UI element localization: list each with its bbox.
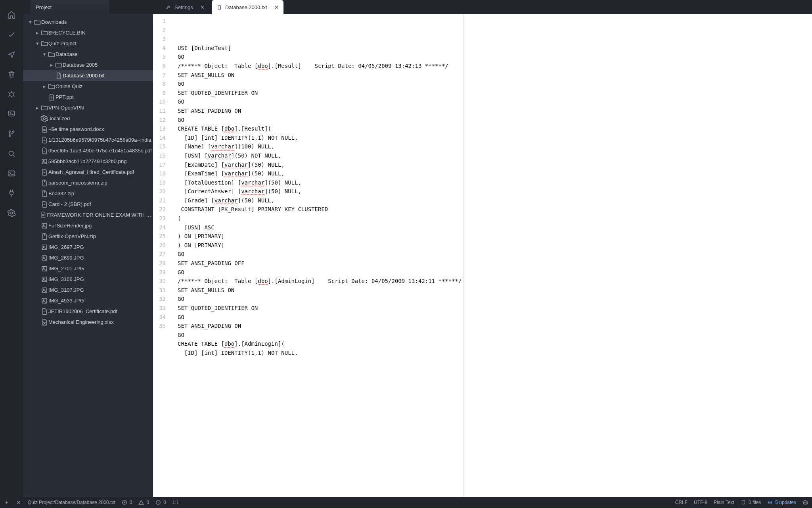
tree-item[interactable]: Bea332.zip	[23, 188, 153, 199]
tree-item[interactable]: IMG_3106.JPG	[23, 274, 153, 285]
code-line[interactable]: SET ANSI_PADDING ON	[178, 106, 462, 115]
activity-branch[interactable]	[0, 124, 23, 144]
close-button[interactable]	[16, 500, 21, 505]
code-line[interactable]: [USN] ASC	[178, 223, 462, 232]
code-line[interactable]: /****** Object: Table [dbo].[Result] Scr…	[178, 62, 462, 71]
code-line[interactable]: GO	[178, 79, 462, 89]
status-errors[interactable]: 0	[122, 500, 132, 505]
close-icon[interactable]: ✕	[200, 4, 205, 10]
code-line[interactable]: SET ANSI_NULLS ON	[178, 286, 462, 295]
file-count[interactable]: 0 files	[741, 500, 761, 505]
tree-item[interactable]: 1f131205b6e9579f0975b47c4258a09a--india	[23, 135, 153, 145]
tree-item[interactable]: 05ecf6f5-1aa3-490e-975c-e1d451a4835c.pdf	[23, 145, 153, 156]
cursor-position[interactable]: 1:1	[172, 500, 179, 505]
code-line[interactable]: /****** Object: Table [dbo].[AdminLogin]…	[178, 277, 462, 286]
tree-item[interactable]: IMG_2701.JPG	[23, 263, 153, 274]
tree-item[interactable]: PPT.ppt	[23, 92, 153, 102]
code-line[interactable]: SET QUOTED_IDENTIFIER ON	[178, 304, 462, 313]
sidebar-title-tab[interactable]: Project	[30, 0, 109, 14]
tree-label: Downloads	[41, 19, 67, 25]
tree-item[interactable]: IMG_3107.JPG	[23, 285, 153, 295]
activity-terminal[interactable]	[0, 164, 23, 183]
tree-item[interactable]: Getflix-OpenVPN.zip	[23, 231, 153, 242]
tree-item[interactable]: Akash_Agrawal_Hired_Certificate.pdf	[23, 167, 153, 177]
code-line[interactable]: [TotalQuestion] [varchar](50) NULL,	[178, 178, 462, 187]
tree-item[interactable]: ~$e time password.docx	[23, 124, 153, 135]
code-line[interactable]: SET ANSI_PADDING OFF	[178, 259, 462, 268]
code-line[interactable]: SET ANSI_PADDING ON	[178, 321, 462, 331]
activity-gear[interactable]	[0, 203, 23, 223]
encoding[interactable]: UTF-8	[694, 500, 707, 505]
tree-item[interactable]: Database 2000.txt	[23, 70, 153, 81]
language[interactable]: Plain Text	[714, 500, 734, 505]
code-line[interactable]: [ID] [int] IDENTITY(1,1) NOT NULL,	[178, 133, 462, 142]
updates[interactable]: 5 updates	[767, 500, 796, 505]
tab[interactable]: Settings✕	[161, 0, 209, 14]
code-line[interactable]: GO	[178, 268, 462, 277]
code-line[interactable]: GO	[178, 115, 462, 125]
code-line[interactable]: GO	[178, 313, 462, 322]
tree-item[interactable]: IMG_2697.JPG	[23, 242, 153, 252]
eol[interactable]: CRLF	[675, 500, 688, 505]
tree-item[interactable]: ▸$RECYCLE.BIN	[23, 27, 153, 38]
code-line[interactable]: USE [OnlineTest]	[178, 44, 462, 53]
code-line[interactable]: GO	[178, 294, 462, 304]
tree-item[interactable]: Card - 2 (SBR).pdf	[23, 199, 153, 210]
tree-item[interactable]: FRAMEWORK FOR ONLINE EXAM WITH GRAPH	[23, 210, 153, 220]
code-line[interactable]: [ExamTime] [varchar](50) NULL,	[178, 169, 462, 178]
status-info[interactable]: 0	[155, 500, 166, 505]
tree-item[interactable]: FullSizeRender.jpg	[23, 220, 153, 231]
tree-label: FRAMEWORK FOR ONLINE EXAM WITH GRAPH	[47, 212, 153, 218]
activity-trash[interactable]	[0, 64, 23, 84]
code-line[interactable]: CREATE TABLE [dbo].[AdminLogin](	[178, 339, 462, 348]
tree-item[interactable]: ▸Online Quiz	[23, 81, 153, 92]
code-line[interactable]: SET ANSI_NULLS ON	[178, 71, 462, 80]
activity-check[interactable]	[0, 25, 23, 44]
code-line[interactable]: SET QUOTED_IDENTIFIER ON	[178, 89, 462, 98]
add-button[interactable]	[4, 500, 10, 505]
img-icon	[40, 222, 48, 230]
code-line[interactable]: GO	[178, 97, 462, 106]
code-line[interactable]: (	[178, 214, 462, 223]
code-line[interactable]: GO	[178, 52, 462, 62]
tree-item[interactable]: ▾Database	[23, 49, 153, 60]
code-line[interactable]: CONSTRAINT [PK_Result] PRIMARY KEY CLUST…	[178, 205, 462, 214]
status-path[interactable]: Quiz Project/Database/Database 2000.txt	[28, 500, 115, 505]
tree-label: PPT.ppt	[56, 94, 74, 100]
activity-share[interactable]	[0, 44, 23, 64]
code-area[interactable]: USE [OnlineTest]GO/****** Object: Table …	[173, 14, 462, 497]
editor[interactable]: 1234567891011121314151617181920212223242…	[153, 14, 812, 497]
code-line[interactable]: GO	[178, 250, 462, 259]
activity-board[interactable]	[0, 104, 23, 124]
tree-item[interactable]: .localized	[23, 113, 153, 124]
code-line[interactable]: ) ON [PRIMARY]	[178, 241, 462, 250]
tree-item[interactable]: JETIR1602006_Certificate.pdf	[23, 306, 153, 317]
tree-item[interactable]: ▾Downloads	[23, 17, 153, 27]
code-line[interactable]: [ExamDate] [varchar](50) NULL,	[178, 160, 462, 169]
tree-item[interactable]: ▾Quiz Project	[23, 38, 153, 49]
tree-item[interactable]: IMG_2699.JPG	[23, 252, 153, 263]
activity-search[interactable]	[0, 144, 23, 164]
code-line[interactable]: ) ON [PRIMARY]	[178, 232, 462, 241]
settings-icon[interactable]	[802, 500, 808, 505]
tree-item[interactable]: ▸Database 2005	[23, 60, 153, 70]
code-line[interactable]: [Name] [varchar](100) NULL,	[178, 142, 462, 151]
activity-home[interactable]	[0, 5, 23, 25]
code-line[interactable]: [ID] [int] IDENTITY(1,1) NOT NULL,	[178, 348, 462, 358]
tab[interactable]: Database 2000.txt✕	[212, 0, 283, 14]
code-line[interactable]: GO	[178, 331, 462, 340]
activity-plug[interactable]	[0, 183, 23, 203]
activity-bug[interactable]	[0, 84, 23, 104]
tree-item[interactable]: IMG_4933.JPG	[23, 295, 153, 306]
status-warnings[interactable]: 0	[138, 500, 149, 505]
file-tree[interactable]: ▾Downloads▸$RECYCLE.BIN▾Quiz Project▾Dat…	[23, 14, 153, 497]
tree-item[interactable]: 585bbb3acb11b227491c32b0.png	[23, 156, 153, 167]
tree-item[interactable]: barsoom_macossierra.zip	[23, 177, 153, 188]
close-icon[interactable]: ✕	[274, 4, 279, 10]
code-line[interactable]: [Grade] [varchar](50) NULL,	[178, 196, 462, 205]
code-line[interactable]: CREATE TABLE [dbo].[Result](	[178, 124, 462, 133]
tree-item[interactable]: ▸VPN-OpenVPN	[23, 102, 153, 113]
tree-item[interactable]: Mechanical Engineering.xlsx	[23, 317, 153, 327]
code-line[interactable]: [CorrectAnswer] [varchar](50) NULL,	[178, 187, 462, 196]
code-line[interactable]: [USN] [varchar](50) NOT NULL,	[178, 151, 462, 160]
